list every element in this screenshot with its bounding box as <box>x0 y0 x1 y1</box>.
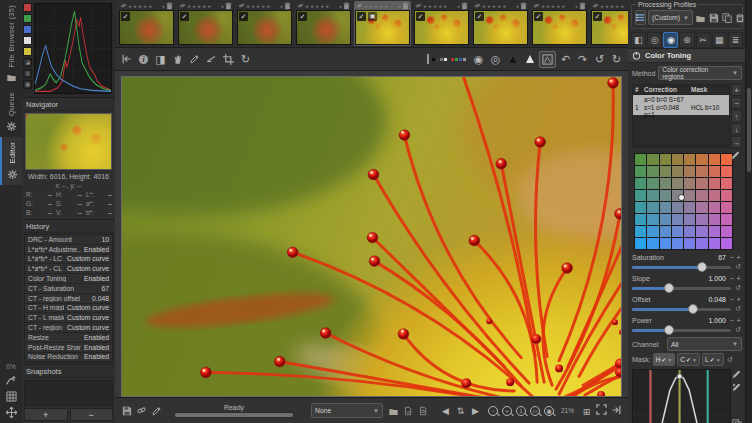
info-button[interactable]: i <box>136 52 151 67</box>
ab-grid-cell[interactable] <box>709 154 720 165</box>
star-icon[interactable]: ★ <box>492 4 496 9</box>
ab-grid-cell[interactable] <box>635 178 646 189</box>
next-image-button[interactable]: ▶ <box>468 403 483 418</box>
chain-icon[interactable] <box>474 3 481 9</box>
gamut-check-button[interactable] <box>416 403 431 418</box>
ab-grid-cell[interactable] <box>672 166 683 177</box>
filmstrip-thumbnail[interactable]: ★★★★★●✓ <box>531 1 588 46</box>
star-icon[interactable]: ★ <box>497 4 501 9</box>
mask-channel-l[interactable]: L✔▼ <box>702 353 724 366</box>
duplicate-region-button[interactable]: → <box>731 136 742 148</box>
star-icon[interactable]: ★ <box>541 4 545 9</box>
filmstrip-thumbnail[interactable]: ★★★★★●✓ <box>413 1 470 46</box>
sync-filebrowser-button[interactable]: ⇅ <box>453 403 468 418</box>
curve-type-button[interactable] <box>732 370 742 380</box>
output-profile-select[interactable]: None ▼ <box>311 403 383 418</box>
chain-icon[interactable] <box>356 3 363 9</box>
slider-decrement-button[interactable]: − <box>728 275 735 283</box>
filmstrip-thumbnail[interactable]: ★★★★★●✓ <box>590 1 628 46</box>
ab-grid-cell[interactable] <box>660 214 671 225</box>
star-icon[interactable]: ★ <box>251 4 255 9</box>
ab-grid-cell[interactable] <box>684 226 695 237</box>
snapshots-list[interactable] <box>24 380 113 406</box>
star-icon[interactable]: ★ <box>551 4 555 9</box>
ab-grid-cell[interactable] <box>721 166 732 177</box>
history-row[interactable]: CT - H maskCustom curve <box>25 304 112 314</box>
star-icon[interactable]: ★ <box>433 4 437 9</box>
star-icon[interactable]: ★ <box>187 4 191 9</box>
zoom-fit-button[interactable]: ▭ <box>528 404 542 418</box>
collapse-left-panel-button[interactable] <box>119 52 134 67</box>
fullscreen-button[interactable] <box>594 402 609 417</box>
ab-grid-cell[interactable] <box>660 226 671 237</box>
histogram-blue-toggle[interactable] <box>23 25 32 34</box>
move-region-up-button[interactable]: ↑ <box>731 110 742 122</box>
star-icon[interactable]: ★ <box>428 4 432 9</box>
ab-grid-cell[interactable] <box>660 178 671 189</box>
star-icon[interactable]: ★ <box>384 4 388 9</box>
chain-icon[interactable] <box>592 3 599 9</box>
color-label-icon[interactable]: ● <box>457 4 460 9</box>
thumbnail-image[interactable]: ✓ <box>119 10 174 45</box>
profile-select[interactable]: (Custom) ▼ <box>648 10 693 25</box>
ab-grid-cell[interactable] <box>709 214 720 225</box>
copy-profile-button[interactable] <box>722 13 732 23</box>
star-icon[interactable]: ★ <box>143 4 147 9</box>
ab-grid-cell[interactable] <box>647 214 658 225</box>
star-icon[interactable]: ★ <box>556 4 560 9</box>
trash-icon[interactable] <box>225 2 232 10</box>
star-icon[interactable]: ★ <box>320 4 324 9</box>
star-icon[interactable]: ★ <box>423 4 427 9</box>
ab-grid-cell[interactable] <box>696 190 707 201</box>
shadow-clipping-button[interactable] <box>505 52 520 67</box>
history-row[interactable]: Noise ReductionEnabled <box>25 353 112 363</box>
hand-tool-button[interactable] <box>170 52 185 67</box>
histogram-raw-toggle[interactable]: ◪ <box>23 58 32 67</box>
history-row[interactable]: ResizeEnabled <box>25 333 112 343</box>
history-row[interactable]: L*a*b* - CL curveCustom curve <box>25 264 112 274</box>
star-icon[interactable]: ★ <box>605 4 609 9</box>
star-icon[interactable]: ★ <box>546 4 550 9</box>
ab-grid-cell[interactable] <box>635 190 646 201</box>
color-label-icon[interactable]: ● <box>280 4 283 9</box>
slider-knob[interactable] <box>664 325 674 335</box>
ab-grid-cell[interactable] <box>696 214 707 225</box>
ab-grid-cell[interactable] <box>709 202 720 213</box>
sharpening-mask-button[interactable]: ◎ <box>488 52 503 67</box>
ab-grid-cell[interactable] <box>696 178 707 189</box>
star-icon[interactable]: ★ <box>192 4 196 9</box>
ab-grid-cell[interactable] <box>709 238 720 249</box>
chain-icon[interactable] <box>297 3 304 9</box>
ab-grid-cell[interactable] <box>647 154 658 165</box>
thumbnail-image[interactable]: ✓ <box>473 10 528 45</box>
trash-icon[interactable] <box>402 2 409 10</box>
ab-grid-cell[interactable] <box>672 178 683 189</box>
star-icon[interactable]: ★ <box>487 4 491 9</box>
star-icon[interactable]: ★ <box>133 4 137 9</box>
star-icon[interactable]: ★ <box>197 4 201 9</box>
ab-grid-cell[interactable] <box>696 202 707 213</box>
trash-icon[interactable] <box>520 2 527 10</box>
ab-grid-cell[interactable] <box>696 226 707 237</box>
navigator-thumbnail[interactable] <box>25 113 112 170</box>
add-snapshot-button[interactable]: + <box>24 408 68 421</box>
ab-grid-cell[interactable] <box>684 178 695 189</box>
hue-mask-curve[interactable] <box>632 369 731 423</box>
star-icon[interactable]: ★ <box>266 4 270 9</box>
thumbnail-image[interactable]: ✓▣ <box>355 10 410 45</box>
mask-channel-h[interactable]: H✔▼ <box>653 353 676 366</box>
ab-grid-cell[interactable] <box>721 202 732 213</box>
external-editor-button[interactable] <box>149 403 164 418</box>
channel-select[interactable]: All ▼ <box>667 337 742 351</box>
star-icon[interactable]: ★ <box>310 4 314 9</box>
queue-image-button[interactable] <box>134 403 149 418</box>
undo-button[interactable]: ↶ <box>558 52 573 67</box>
ab-grid-cell[interactable] <box>635 166 646 177</box>
histogram-profile-button[interactable] <box>539 51 556 68</box>
star-icon[interactable]: ★ <box>364 4 368 9</box>
grid-icon[interactable] <box>6 391 17 402</box>
ab-color-grid[interactable] <box>634 153 733 250</box>
history-row[interactable]: L*a*b* Adjustme...Enabled <box>25 245 112 255</box>
previous-image-button[interactable]: ◀ <box>438 403 453 418</box>
slider-knob[interactable] <box>664 283 674 293</box>
